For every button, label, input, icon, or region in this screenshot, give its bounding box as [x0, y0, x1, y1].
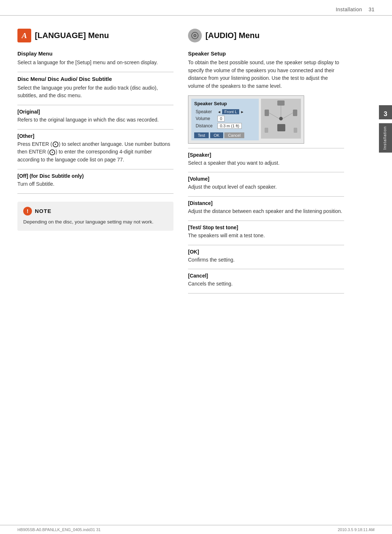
- setup-speaker-value: ◄ Front L ►: [216, 108, 256, 115]
- svg-line-10: [269, 113, 279, 119]
- speaker-body: Select a speaker that you want to adjust…: [188, 159, 344, 167]
- audio-section-title-row: [AUDIO] Menu: [188, 29, 344, 42]
- divider-r6: [188, 269, 344, 269]
- svg-rect-7: [265, 128, 268, 133]
- speaker-setup-body: To obtain the best possible sound, use t…: [188, 59, 344, 90]
- speaker-diagram-svg: [263, 99, 299, 139]
- ok-body: Confirms the setting.: [188, 256, 344, 264]
- svg-point-2: [195, 35, 196, 36]
- setup-volume-value: 0: [216, 115, 256, 122]
- language-section-title: [LANGUAGE] Menu: [35, 31, 109, 40]
- divider-1: [17, 72, 173, 72]
- enter-icon-2: ●: [49, 149, 55, 155]
- original-section: [Original] Refers to the original langua…: [17, 109, 173, 124]
- setup-table: Speaker ◄ Front L ► Volume 0: [194, 108, 256, 130]
- sidebar-number: 3: [379, 105, 392, 119]
- setup-speaker-label: Speaker: [194, 108, 216, 115]
- speaker-diagram: [261, 99, 301, 139]
- note-title-row: ! NOTE: [23, 207, 168, 215]
- other-label: [Other]: [17, 133, 173, 139]
- divider-r2: [188, 172, 344, 172]
- disc-menu-heading: Disc Menu/ Disc Audio/ Disc Subtitle: [17, 76, 173, 82]
- divider-4: [17, 169, 173, 169]
- display-menu-heading: Display Menu: [17, 50, 173, 57]
- divider-r5: [188, 245, 344, 245]
- volume-subsection: [Volume] Adjust the output level of each…: [188, 176, 344, 191]
- language-section-title-row: A [LANGUAGE] Menu: [17, 29, 173, 42]
- speaker-setup-screenshot: Speaker Setup Speaker ◄ Front L ►: [188, 95, 304, 144]
- note-body: Depending on the disc, your language set…: [23, 218, 168, 226]
- enter-icon-1: ●: [53, 141, 58, 147]
- display-menu-section: Display Menu Select a language for the […: [17, 50, 173, 67]
- svg-rect-6: [277, 124, 285, 131]
- setup-test-btn: Test: [194, 132, 209, 138]
- note-box: ! NOTE Depending on the disc, your langu…: [17, 202, 173, 231]
- setup-distance-label: Distance: [194, 122, 216, 130]
- audio-section-title: [AUDIO] Menu: [205, 31, 260, 40]
- main-content: A [LANGUAGE] Menu Display Menu Select a …: [0, 16, 392, 297]
- original-body: Refers to the original language in which…: [17, 116, 173, 124]
- divider-r3: [188, 196, 344, 197]
- distance-subsection: [Distance] Adjust the distance between e…: [188, 200, 344, 215]
- setup-volume-value-text: 0: [217, 116, 225, 122]
- cancel-body: Cancels the setting.: [188, 280, 344, 288]
- distance-body: Adjust the distance between each speaker…: [188, 208, 344, 215]
- note-exclamation-icon: !: [23, 207, 32, 215]
- distance-label: [Distance]: [188, 200, 344, 206]
- cancel-label: [Cancel]: [188, 273, 344, 279]
- setup-speaker-value-text: Front L: [222, 109, 239, 114]
- disc-menu-body: Select the language you prefer for the a…: [17, 84, 173, 100]
- cancel-subsection: [Cancel] Cancels the setting.: [188, 273, 344, 288]
- test-body: The speakers will emit a test tone.: [188, 232, 344, 240]
- other-body: Press ENTER (●) to select another langua…: [17, 140, 173, 164]
- speaker-label: [Speaker]: [188, 152, 344, 158]
- speaker-setup-heading: Speaker Setup: [188, 50, 344, 57]
- setup-volume-label: Volume: [194, 115, 216, 122]
- divider-2: [17, 105, 173, 105]
- ok-label: [OK]: [188, 249, 344, 255]
- left-column: A [LANGUAGE] Menu Display Menu Select a …: [17, 29, 173, 297]
- speaker-setup-section: Speaker Setup To obtain the best possibl…: [188, 50, 344, 90]
- setup-distance-value-text: 0.3 m (1 ft): [217, 123, 242, 129]
- footer-right: 2010.3.5 9:18:11 AM: [338, 527, 375, 532]
- test-subsection: [Test/ Stop test tone] The speakers will…: [188, 225, 344, 240]
- setup-row-volume: Volume 0: [194, 115, 256, 122]
- off-label: [Off] (for Disc Subtitle only): [17, 173, 173, 179]
- svg-line-11: [283, 113, 293, 119]
- header-label: Installation 31: [336, 7, 375, 12]
- setup-cancel-btn: Cancel: [224, 132, 244, 138]
- speaker-subsection: [Speaker] Select a speaker that you want…: [188, 152, 344, 167]
- divider-r7: [188, 293, 344, 293]
- footer-left: HB905SB-A0.BPANLLK_ENG_0405.indd31 31: [17, 527, 101, 532]
- other-section: [Other] Press ENTER (●) to select anothe…: [17, 133, 173, 164]
- off-section: [Off] (for Disc Subtitle only) Turn off …: [17, 173, 173, 188]
- note-title: NOTE: [35, 208, 52, 214]
- volume-body: Adjust the output level of each speaker.: [188, 183, 344, 191]
- svg-rect-4: [293, 110, 297, 116]
- page-footer: HB905SB-A0.BPANLLK_ENG_0405.indd31 31 20…: [0, 525, 392, 534]
- svg-rect-3: [265, 110, 269, 116]
- off-body: Turn off Subtitle.: [17, 180, 173, 188]
- setup-distance-value: 0.3 m (1 ft): [216, 122, 256, 130]
- setup-screen-title: Speaker Setup: [194, 101, 256, 106]
- language-icon: A: [17, 29, 31, 42]
- audio-icon-svg: [191, 32, 199, 40]
- right-column: [AUDIO] Menu Speaker Setup To obtain the…: [188, 29, 344, 297]
- svg-rect-8: [294, 128, 297, 133]
- setup-left-panel: Speaker Setup Speaker ◄ Front L ►: [191, 99, 259, 140]
- page-header: Installation 31: [0, 0, 392, 16]
- disc-menu-section: Disc Menu/ Disc Audio/ Disc Subtitle Sel…: [17, 76, 173, 100]
- audio-icon: [188, 29, 202, 42]
- divider-r1: [188, 148, 344, 148]
- sidebar-label: Installation: [379, 123, 392, 153]
- setup-row-speaker: Speaker ◄ Front L ►: [194, 108, 256, 115]
- divider-r4: [188, 221, 344, 221]
- setup-ok-btn: OK: [210, 132, 223, 138]
- screen-and-diagram: Speaker Setup Speaker ◄ Front L ►: [191, 99, 301, 140]
- setup-screen: Speaker Setup Speaker ◄ Front L ►: [191, 99, 259, 140]
- original-label: [Original]: [17, 109, 173, 115]
- volume-label: [Volume]: [188, 176, 344, 182]
- svg-point-9: [279, 117, 283, 120]
- test-label: [Test/ Stop test tone]: [188, 225, 344, 230]
- setup-row-distance: Distance 0.3 m (1 ft): [194, 122, 256, 130]
